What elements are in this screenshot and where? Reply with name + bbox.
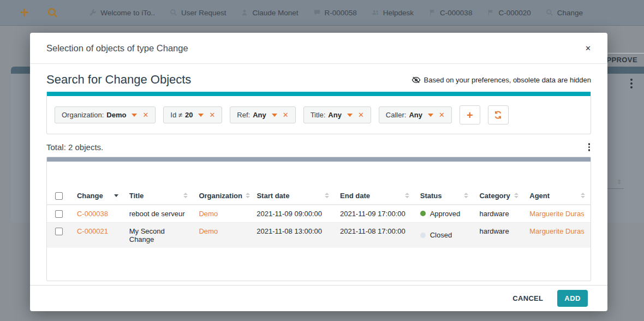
row-checkbox[interactable] — [55, 228, 63, 235]
chevron-down-icon[interactable] — [132, 114, 137, 117]
chevron-right-icon: › — [161, 8, 164, 17]
dialog-body: Search for Change Objects Based on your … — [30, 73, 607, 281]
filter-label: Caller: — [386, 111, 407, 119]
status-dot-icon — [420, 233, 426, 238]
sort-icon — [246, 193, 250, 198]
breadcrumb-item-change-search[interactable]: Change — [546, 9, 583, 17]
refresh-button[interactable] — [488, 105, 509, 124]
filter-chip-organization[interactable]: Organization: Demo ✕ — [55, 106, 156, 123]
agent-link[interactable]: Marguerite Duras — [529, 210, 584, 218]
change-link[interactable]: C-000038 — [77, 210, 108, 218]
dialog-header: Selection of objects of type Change ✕ — [30, 33, 607, 64]
search-heading: Search for Change Objects — [46, 73, 191, 87]
chevron-down-icon[interactable] — [428, 114, 433, 117]
column-header-status[interactable]: Status — [415, 187, 474, 204]
column-header-start-date[interactable]: Start date — [251, 187, 335, 204]
chevron-right-icon: › — [537, 8, 540, 17]
add-button[interactable]: ADD — [557, 290, 588, 307]
breadcrumb-item-change-20[interactable]: C-000020 — [487, 9, 530, 17]
add-criterion-button[interactable]: + — [460, 105, 480, 124]
results-table: Change Title Organization Start date — [46, 157, 591, 281]
sort-icon — [325, 193, 329, 198]
sort-icon-background: ⇕ — [617, 179, 622, 186]
top-navigation-bar: + Welcome to iTo.. › User Request › — [0, 0, 644, 26]
sort-icon — [405, 193, 409, 198]
table-row[interactable]: C-000038 reboot de serveur Demo 2021-11-… — [47, 205, 591, 222]
change-link[interactable]: C-000021 — [77, 227, 108, 235]
remove-filter-icon[interactable]: ✕ — [358, 111, 364, 119]
select-all-checkbox[interactable] — [55, 192, 63, 200]
sort-desc-icon — [114, 194, 118, 197]
filter-chip-id[interactable]: Id ≠ 20 ✕ — [163, 106, 222, 123]
row-end-date: 2021-11-08 17:00:00 — [335, 223, 415, 248]
status-dot-icon — [420, 211, 426, 216]
filter-value: Any — [253, 111, 266, 119]
close-icon[interactable]: ✕ — [585, 44, 591, 52]
column-header-agent[interactable]: Agent — [524, 187, 591, 204]
kebab-menu-icon-background — [630, 79, 633, 88]
quick-create-icon[interactable]: + — [20, 5, 29, 20]
table-header-row: Change Title Organization Start date — [47, 187, 591, 205]
total-count-text: Total: 2 objects. — [46, 142, 103, 152]
obsolete-note-text: Based on your preferences, obsolete data… — [424, 76, 591, 84]
row-title: My Second Change — [124, 223, 194, 248]
breadcrumb-item-request[interactable]: R-000058 — [313, 9, 357, 17]
search-icon — [546, 9, 553, 16]
table-options-kebab-icon[interactable] — [587, 142, 592, 152]
obsolete-data-note: Based on your preferences, obsolete data… — [412, 75, 591, 85]
chat-icon — [313, 9, 321, 16]
person-icon — [241, 9, 248, 16]
selection-dialog: Selection of objects of type Change ✕ Se… — [30, 33, 607, 311]
row-start-date: 2021-11-08 13:00:00 — [251, 223, 335, 248]
column-header-title[interactable]: Title — [124, 187, 194, 204]
filter-label: Organization: — [62, 111, 104, 119]
breadcrumb-item-helpdesk[interactable]: Helpdesk — [372, 9, 414, 17]
organization-link[interactable]: Demo — [199, 227, 218, 235]
chevron-right-icon: › — [232, 8, 235, 17]
column-header-change[interactable]: Change — [71, 187, 124, 204]
remove-filter-icon[interactable]: ✕ — [439, 111, 445, 119]
filter-chip-title[interactable]: Title: Any ✕ — [303, 106, 371, 123]
search-icon — [170, 9, 177, 16]
horizontal-scrollbar[interactable] — [47, 157, 591, 162]
flag-icon — [428, 9, 436, 16]
sort-icon — [581, 193, 585, 198]
cancel-button[interactable]: CANCEL — [512, 294, 543, 302]
remove-filter-icon[interactable]: ✕ — [142, 111, 148, 119]
organization-link[interactable]: Demo — [199, 210, 218, 218]
background-underline — [607, 188, 624, 189]
remove-filter-icon[interactable]: ✕ — [209, 111, 215, 119]
filter-label: Id ≠ — [170, 111, 182, 119]
filter-value: Demo — [106, 111, 126, 119]
remove-filter-icon[interactable]: ✕ — [283, 111, 289, 119]
row-category: hardware — [474, 205, 524, 222]
chevron-down-icon[interactable] — [347, 114, 353, 117]
chevron-right-icon: › — [363, 8, 366, 17]
sort-icon — [183, 193, 188, 198]
column-header-category[interactable]: Category — [474, 187, 524, 204]
breadcrumb-item-change-38[interactable]: C-000038 — [428, 9, 472, 17]
breadcrumb-item-home[interactable]: Welcome to iTo.. — [89, 9, 155, 17]
panel-accent-bar — [47, 92, 591, 96]
row-checkbox[interactable] — [55, 210, 63, 218]
column-header-organization[interactable]: Organization — [193, 187, 251, 204]
filter-chip-caller[interactable]: Caller: Any ✕ — [379, 106, 452, 123]
refresh-icon — [493, 110, 503, 120]
sort-icon — [514, 193, 518, 198]
row-status: Closed — [430, 231, 452, 239]
table-row[interactable]: C-000021 My Second Change Demo 2021-11-0… — [47, 222, 591, 248]
column-header-end-date[interactable]: End date — [335, 187, 415, 204]
chevron-down-icon[interactable] — [272, 114, 277, 117]
agent-link[interactable]: Marguerite Duras — [529, 227, 584, 235]
wrench-icon — [89, 9, 97, 16]
chevron-down-icon[interactable] — [198, 114, 204, 117]
filter-chips-row: Organization: Demo ✕ Id ≠ 20 ✕ Ref: Any — [47, 96, 591, 134]
chevron-right-icon: › — [305, 8, 307, 17]
filter-chip-ref[interactable]: Ref: Any ✕ — [230, 106, 295, 123]
breadcrumb-item-person[interactable]: Claude Monet — [241, 9, 298, 17]
row-end-date: 2021-11-09 17:00:00 — [335, 205, 415, 222]
flag-icon — [487, 9, 494, 16]
breadcrumb-item-user-request[interactable]: User Request — [170, 9, 226, 17]
global-search-icon[interactable] — [47, 7, 58, 19]
row-status: Approved — [430, 210, 461, 218]
